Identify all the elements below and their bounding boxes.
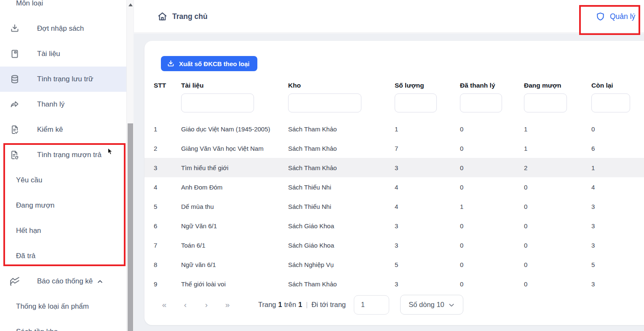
chevron-up-icon: [97, 278, 103, 285]
scrollbar-thumb[interactable]: [128, 123, 133, 331]
prev-page-button[interactable]: ‹: [175, 300, 196, 310]
sidebar-item-dang-muon[interactable]: Đang mượn: [0, 193, 126, 218]
cell-kho: Sách Tham Khảo: [288, 125, 395, 133]
breadcrumb-label: Trang chủ: [172, 12, 208, 21]
cell-tai-lieu: Ngữ văn 6/1: [181, 261, 288, 268]
sidebar-item-tinh-trang-muon-tra[interactable]: Tình trạng mượn trả: [0, 142, 126, 168]
share-arrow-icon: [9, 99, 20, 110]
cell-kho: Sách Nghiệp Vụ: [288, 261, 395, 268]
breadcrumb-home[interactable]: Trang chủ: [157, 0, 208, 33]
cell-so-luong: 3: [395, 164, 460, 171]
scrollbar-up-arrow-icon[interactable]: [128, 3, 133, 6]
column-header-so-luong: Số lượng: [395, 82, 460, 89]
cell-con-lai: 3: [591, 242, 644, 249]
cell-stt: 6: [154, 222, 181, 230]
cell-con-lai: 3: [591, 280, 644, 288]
goto-page-input[interactable]: [354, 295, 389, 315]
table-header-row: STT Tài liệu Kho Số lượng Đã thanh lý Đa…: [154, 80, 644, 91]
sidebar-item-label: Sách tồn kho: [16, 328, 58, 331]
sidebar-item-label: Môn loại: [16, 0, 43, 8]
sidebar-item-bao-cao-thong-ke[interactable]: Báo cáo thống kê: [0, 269, 126, 294]
sidebar-scrollbar[interactable]: [126, 0, 134, 331]
next-page-button[interactable]: ›: [196, 300, 217, 310]
filter-dang-muon-input[interactable]: [524, 93, 567, 112]
table-row[interactable]: 9 Thế giới loài voi Sách Tham Khảo 3 0 0…: [144, 274, 644, 294]
chevron-down-icon: [448, 302, 455, 308]
cell-kho: Sách Thiếu Nhi: [288, 184, 395, 191]
table-row[interactable]: 2 Giảng Văn Văn học Việt Nam Sách Tham K…: [144, 139, 644, 158]
sidebar-item-label: Đang mượn: [16, 201, 55, 210]
column-header-da-thanh-ly: Đã thanh lý: [460, 82, 524, 89]
cell-dang-muon: 1: [524, 125, 591, 133]
cell-stt: 2: [154, 145, 181, 152]
cell-so-luong: 3: [395, 242, 460, 249]
cell-kho: Sách Tham Khảo: [288, 145, 395, 152]
rows-per-page-select[interactable]: Số dòng 10: [400, 295, 463, 315]
sidebar-item-tai-lieu[interactable]: Tài liệu: [0, 41, 126, 67]
cell-tai-lieu: Giáo dục Việt Nam (1945-2005): [181, 125, 288, 133]
sidebar-item-label: Tình trạng lưu trữ: [37, 75, 93, 83]
sidebar-item-thanh-ly[interactable]: Thanh lý: [0, 92, 126, 117]
sidebar-item-tinh-trang-luu-tru[interactable]: Tình trạng lưu trữ: [0, 67, 126, 92]
table-row[interactable]: 8 Ngữ văn 6/1 Sách Nghiệp Vụ 5 0 0 5: [144, 255, 644, 274]
export-dkcb-button[interactable]: Xuất số ĐKCB theo loại: [161, 56, 257, 71]
home-icon: [157, 11, 168, 22]
table-row[interactable]: 1 Giáo dục Việt Nam (1945-2005) Sách Tha…: [144, 119, 644, 139]
table-row[interactable]: 5 Dế mùa thu Sách Thiếu Nhi 4 1 0 3: [144, 197, 644, 216]
page-word: Trang: [258, 301, 276, 309]
cell-tai-lieu: Anh Đom Đóm: [181, 184, 288, 191]
admin-button[interactable]: Quản lý: [596, 0, 635, 33]
cell-stt: 3: [154, 164, 181, 171]
total-pages: 1: [298, 301, 302, 309]
document-refresh-icon: [9, 149, 20, 160]
column-header-dang-muon: Đang mượn: [524, 82, 591, 89]
sidebar-item-label: Kiểm kê: [37, 125, 63, 134]
separator: |: [306, 301, 307, 309]
last-page-button[interactable]: »: [217, 300, 238, 310]
table-row[interactable]: 6 Ngữ Văn 6/1 Sách Giáo Khoa 3 0 0 3: [144, 216, 644, 235]
sidebar-item-het-han[interactable]: Hết hạn: [0, 218, 126, 243]
sidebar-item-label: Tài liệu: [37, 50, 60, 58]
cell-stt: 7: [154, 242, 181, 249]
table-row[interactable]: 7 Toán 6/1 Sách Giáo Khoa 3 0 0 3: [144, 235, 644, 255]
cell-con-lai: 4: [591, 184, 644, 191]
sidebar-item-kiem-ke[interactable]: Kiểm kê: [0, 117, 126, 142]
download-tray-icon: [9, 23, 20, 34]
cell-da-thanh-ly: 0: [460, 184, 524, 191]
cell-tai-lieu: Dế mùa thu: [181, 203, 288, 210]
filter-kho-input[interactable]: [288, 93, 361, 112]
sidebar-item-da-tra[interactable]: Đã trả: [0, 243, 126, 269]
filter-tai-lieu-input[interactable]: [181, 93, 254, 112]
cell-da-thanh-ly: 0: [460, 125, 524, 133]
cell-da-thanh-ly: 0: [460, 222, 524, 230]
sidebar-item-thong-ke-loai-an-pham[interactable]: Thống kê loại ấn phẩm: [0, 294, 126, 319]
sidebar-item-label: Đã trả: [16, 252, 35, 260]
line-chart-icon: [9, 276, 20, 287]
sidebar-item-label: Yêu cầu: [16, 176, 42, 184]
sidebar-item-yeu-cau[interactable]: Yêu cầu: [0, 168, 126, 193]
rows-per-page-label: Số dòng 10: [409, 301, 444, 309]
first-page-button[interactable]: «: [154, 300, 175, 310]
cell-so-luong: 7: [395, 145, 460, 152]
column-header-tai-lieu: Tài liệu: [181, 82, 288, 89]
sidebar-item-label: Thống kê loại ấn phẩm: [16, 302, 89, 311]
sidebar-item-dot-nhap-sach[interactable]: Đợt nhập sách: [0, 16, 126, 41]
notebook-icon: [9, 48, 20, 59]
filter-so-luong-input[interactable]: [395, 93, 437, 112]
cell-stt: 1: [154, 125, 181, 133]
table-row[interactable]: 4 Anh Đom Đóm Sách Thiếu Nhi 4 0 0 4: [144, 177, 644, 197]
table-row-highlighted[interactable]: 3 Tìm hiểu thế giới Sách Tham Khảo 3 0 2…: [144, 158, 644, 177]
cell-so-luong: 4: [395, 203, 460, 210]
cell-con-lai: 5: [591, 261, 644, 268]
storage-status-table: STT Tài liệu Kho Số lượng Đã thanh lý Đa…: [154, 80, 644, 294]
cell-kho: Sách Tham Khảo: [288, 280, 395, 288]
sidebar-item-mon-loai[interactable]: Môn loại: [0, 0, 126, 16]
cell-da-thanh-ly: 0: [460, 145, 524, 152]
cell-stt: 8: [154, 261, 181, 268]
filter-con-lai-input[interactable]: [591, 93, 630, 112]
database-icon: [9, 74, 20, 85]
filter-da-thanh-ly-input[interactable]: [460, 93, 502, 112]
sidebar-item-sach-ton-kho[interactable]: Sách tồn kho: [0, 319, 126, 331]
cell-dang-muon: 0: [524, 184, 591, 191]
cell-con-lai: 3: [591, 203, 644, 210]
